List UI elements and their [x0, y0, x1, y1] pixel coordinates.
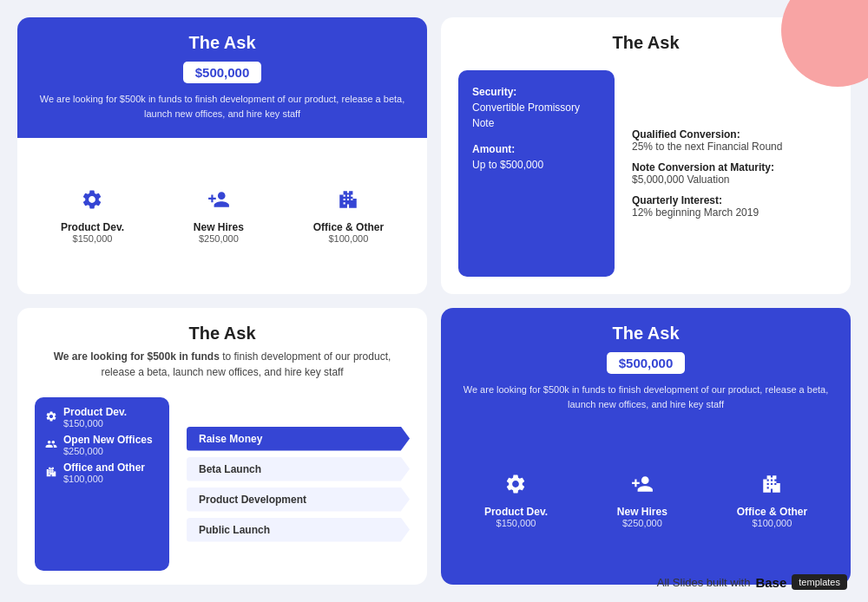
- card1-stat-1: Product Dev. $150,000: [61, 188, 124, 244]
- card1-stat2-value: $250,000: [194, 233, 244, 244]
- card2-security-label: Security:: [472, 84, 601, 100]
- card3-list3-value: $100,000: [63, 474, 145, 484]
- funnel-item-2: Beta Launch: [187, 457, 410, 481]
- card1-header: The Ask $500,000 We are looking for $500…: [17, 17, 427, 138]
- funnel-item-3: Product Development: [187, 487, 410, 512]
- card3-list-item-3: Office and Other $100,000: [45, 461, 159, 484]
- card3-list2-value: $250,000: [63, 446, 153, 456]
- card-ask-4: The Ask $500,000 We are looking for $500…: [441, 308, 851, 585]
- card3-header: The Ask We are looking for $500k in fund…: [17, 308, 427, 385]
- card1-stat-3: Office & Other $100,000: [313, 188, 384, 244]
- card4-stat-3: Office & Other $100,000: [737, 473, 807, 528]
- card3-list-item-2: Open New Offices $250,000: [45, 434, 159, 456]
- card3-funnel: Raise Money Beta Launch Product Developm…: [187, 397, 410, 571]
- card-ask-3: The Ask We are looking for $500k in fund…: [17, 308, 427, 585]
- card1-stat1-value: $150,000: [61, 233, 124, 244]
- card2-details: Qualified Conversion: 25% to the next Fi…: [632, 70, 833, 277]
- card4-stat2-label: New Hires: [617, 506, 667, 518]
- card4-title: The Ask: [458, 324, 833, 344]
- card4-description: We are looking for $500k in funds to fin…: [458, 383, 833, 411]
- card4-amount: $500,000: [607, 352, 686, 374]
- card3-list-box: Product Dev. $150,000 Open New Offices $…: [35, 397, 169, 571]
- card2-info-box: Security: Convertible Promissory Note Am…: [458, 70, 615, 277]
- funnel-item-4: Public Launch: [187, 518, 410, 542]
- card4-stat-1: Product Dev. $150,000: [484, 473, 548, 528]
- footer: All Slides built with Base templates: [657, 574, 847, 590]
- person-icon-sm: [45, 438, 57, 453]
- card2-title: The Ask: [462, 33, 830, 53]
- card2-detail2-value: $5,000,000 Valuation: [632, 173, 833, 186]
- card1-stat3-value: $100,000: [313, 233, 384, 244]
- footer-brand: Base: [755, 575, 786, 590]
- building-icon-sm: [45, 466, 57, 481]
- card3-desc-bold: We are looking for $500k in funds: [54, 350, 220, 363]
- funnel-item-1: Raise Money: [187, 427, 410, 451]
- card4-stat3-label: Office & Other: [737, 506, 807, 518]
- card1-stat2-label: New Hires: [194, 221, 244, 233]
- card3-list2-label: Open New Offices: [63, 434, 153, 446]
- card-ask-2: The Ask Security: Convertible Promissory…: [441, 17, 851, 294]
- card3-list1-value: $150,000: [63, 418, 127, 429]
- footer-badge: templates: [792, 574, 847, 590]
- card2-detail2-label: Note Conversion at Maturity:: [632, 161, 833, 173]
- card4-stat3-value: $100,000: [737, 518, 807, 528]
- card2-detail-2: Note Conversion at Maturity: $5,000,000 …: [632, 161, 833, 186]
- card2-detail1-label: Qualified Conversion:: [632, 128, 833, 141]
- person-add-icon: [194, 188, 244, 216]
- card1-stat1-label: Product Dev.: [61, 221, 124, 233]
- card3-title: The Ask: [38, 324, 406, 344]
- card2-security-value: Convertible Promissory Note: [472, 100, 601, 131]
- card1-body: Product Dev. $150,000 New Hires $250,000…: [17, 138, 427, 294]
- card4-stat1-value: $150,000: [484, 518, 548, 528]
- card2-detail1-value: 25% to the next Financial Round: [632, 141, 833, 153]
- card2-amount-value: Up to $500,000: [472, 157, 601, 173]
- card2-detail3-value: 12% beginning March 2019: [632, 206, 833, 219]
- card2-body: Security: Convertible Promissory Note Am…: [441, 62, 851, 294]
- card2-header: The Ask: [441, 17, 851, 62]
- card3-body: Product Dev. $150,000 Open New Offices $…: [17, 385, 427, 585]
- card1-stat3-label: Office & Other: [313, 221, 384, 233]
- card4-stat1-label: Product Dev.: [484, 506, 548, 518]
- card1-title: The Ask: [35, 33, 410, 53]
- card1-stat-2: New Hires $250,000: [194, 188, 244, 244]
- main-grid: The Ask $500,000 We are looking for $500…: [0, 0, 868, 602]
- card2-detail-3: Quarterly Interest: 12% beginning March …: [632, 194, 833, 219]
- card1-amount: $500,000: [183, 62, 262, 83]
- card2-detail3-label: Quarterly Interest:: [632, 194, 833, 206]
- card1-description: We are looking for $500k in funds to fin…: [35, 92, 410, 121]
- card4-header: The Ask $500,000 We are looking for $500…: [441, 308, 851, 420]
- person-add-icon-white: [617, 473, 667, 501]
- gear-icon-sm: [45, 410, 57, 425]
- building-icon: [313, 188, 384, 216]
- gear-icon: [61, 188, 124, 216]
- card-ask-1: The Ask $500,000 We are looking for $500…: [17, 17, 427, 294]
- building-icon-white: [737, 473, 807, 501]
- card3-list1-label: Product Dev.: [63, 406, 127, 418]
- gear-icon-white: [484, 473, 548, 501]
- card2-amount-label: Amount:: [472, 141, 601, 157]
- card3-list-item-1: Product Dev. $150,000: [45, 406, 159, 429]
- footer-text: All Slides built with: [657, 576, 751, 589]
- card4-stat-2: New Hires $250,000: [617, 473, 667, 528]
- card3-description: We are looking for $500k in funds to fin…: [38, 349, 406, 380]
- card4-stat2-value: $250,000: [617, 518, 667, 528]
- card3-list3-label: Office and Other: [63, 461, 145, 474]
- card2-detail-1: Qualified Conversion: 25% to the next Fi…: [632, 128, 833, 153]
- card4-body: Product Dev. $150,000 New Hires $250,000…: [441, 420, 851, 585]
